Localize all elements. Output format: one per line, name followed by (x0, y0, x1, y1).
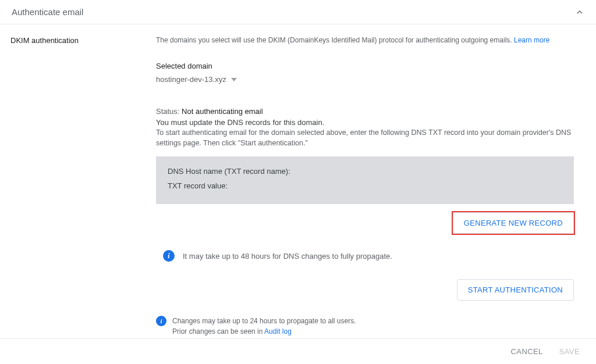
start-auth-row: START AUTHENTICATION (156, 279, 574, 301)
audit-note: i Changes may take up to 24 hours to pro… (156, 313, 574, 339)
right-column: The domains you select will use the DKIM… (156, 36, 586, 339)
note-line-2: Prior changes can be seen in Audit log (172, 326, 356, 337)
dns-host-label: DNS Host name (TXT record name): (168, 167, 562, 176)
status-value: Not authenticating email (182, 107, 262, 116)
propagation-text: It may take up to 48 hours for DNS chang… (183, 252, 392, 260)
status-line: Status: Not authenticating email (156, 107, 574, 116)
selected-domain-label: Selected domain (156, 62, 574, 70)
status-label: Status: (156, 107, 182, 116)
generate-row: GENERATE NEW RECORD (156, 212, 574, 234)
domain-selector[interactable]: hostinger-dev-13.xyz (156, 75, 574, 84)
start-authentication-button[interactable]: START AUTHENTICATION (457, 279, 574, 301)
must-update-text: You must update the DNS records for this… (156, 118, 574, 127)
dns-value-label: TXT record value: (168, 181, 562, 190)
selected-domain-value: hostinger-dev-13.xyz (156, 75, 226, 84)
audit-log-link[interactable]: Audit log (264, 327, 292, 336)
note-prefix: Prior changes can be seen in (172, 327, 264, 336)
intro-text: The domains you select will use the DKIM… (156, 36, 574, 44)
intro-sentence: The domains you select will use the DKIM… (156, 36, 514, 44)
dns-record-box: DNS Host name (TXT record name): TXT rec… (156, 156, 574, 204)
footer-bar: CANCEL SAVE (0, 338, 596, 364)
save-button: SAVE (559, 347, 580, 356)
propagation-info: i It may take up to 48 hours for DNS cha… (156, 247, 574, 265)
panel-header: Authenticate email (0, 0, 596, 24)
left-column: DKIM authentication (10, 36, 156, 339)
chevron-up-icon[interactable] (575, 8, 584, 17)
audit-note-text: Changes may take up to 24 hours to propa… (172, 316, 356, 337)
learn-more-link[interactable]: Learn more (514, 36, 549, 44)
cancel-button[interactable]: CANCEL (511, 347, 543, 356)
instruction-text: To start authenticating email for the do… (156, 128, 574, 148)
content-area: DKIM authentication The domains you sele… (0, 24, 596, 339)
note-line-1: Changes may take up to 24 hours to propa… (172, 316, 356, 326)
info-icon: i (163, 250, 175, 262)
generate-new-record-button[interactable]: GENERATE NEW RECORD (453, 212, 574, 234)
dropdown-icon (231, 77, 237, 83)
svg-marker-0 (231, 78, 237, 81)
info-icon: i (156, 316, 166, 326)
panel-title: Authenticate email (12, 7, 83, 17)
section-heading: DKIM authentication (10, 36, 156, 45)
